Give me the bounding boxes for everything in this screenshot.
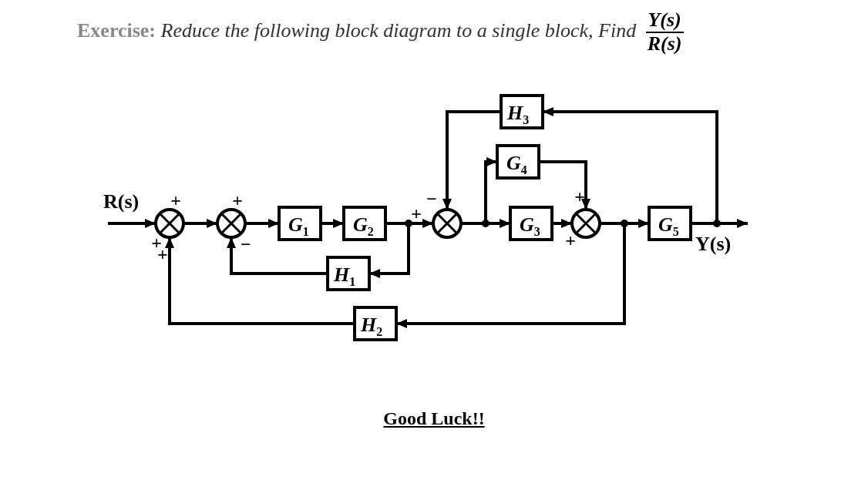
exercise-prompt: Reduce the following block diagram to a … (161, 19, 637, 42)
sum-junction-4 (572, 210, 600, 237)
sum3-sign-left: + (411, 203, 422, 223)
sum3-sign-top-left: − (426, 189, 437, 209)
transfer-function-fraction: Y(s) R(s) (646, 9, 684, 55)
sum2-sign-top: + (232, 190, 243, 210)
block-diagram: R(s) + + + − G1 G2 (100, 92, 763, 401)
sum1-sign-bottom2: + (157, 244, 168, 264)
sum4-sign-bottom: + (565, 230, 576, 250)
fraction-numerator: Y(s) (646, 9, 684, 33)
sum2-sign-bottom: − (241, 234, 251, 254)
footer-text: Good Luck!! (0, 408, 868, 429)
exercise-label: Exercise: (77, 19, 156, 42)
output-label: Y(s) (695, 233, 731, 255)
input-label: R(s) (103, 190, 139, 213)
exercise-title: Exercise: Reduce the following block dia… (77, 9, 794, 55)
sum-junction-2 (217, 210, 245, 237)
sum-junction-3 (433, 210, 461, 237)
sum1-sign-top: + (170, 190, 181, 210)
arrow-input (145, 219, 156, 228)
fraction-denominator: R(s) (646, 33, 684, 55)
